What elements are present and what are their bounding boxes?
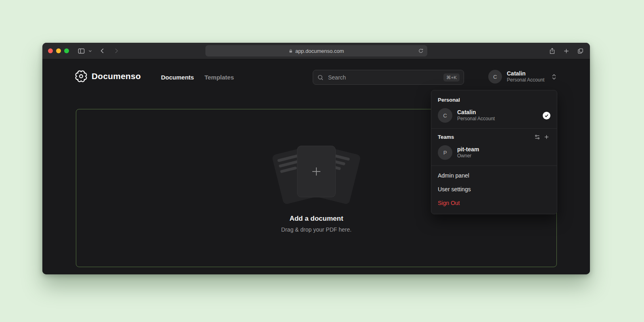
new-tab-icon[interactable]	[562, 46, 571, 56]
search-input[interactable]	[327, 74, 440, 81]
personal-name: Catalin	[457, 109, 495, 116]
account-dropdown-menu: Personal C Catalin Personal Account Team…	[431, 90, 557, 214]
brand-name: Documenso	[92, 71, 141, 81]
menu-item-team-pit-team[interactable]: P pit-team Owner	[431, 142, 557, 163]
team-role: Owner	[457, 153, 479, 159]
account-avatar: C	[488, 70, 502, 84]
titlebar-right-actions	[548, 43, 585, 59]
nav-templates[interactable]: Templates	[205, 74, 234, 81]
lock-icon	[289, 49, 293, 53]
dropzone-subtitle: Drag & drop your PDF here.	[281, 226, 351, 233]
account-name: Catalin	[507, 70, 544, 77]
manage-teams-icon[interactable]	[533, 132, 542, 142]
zoom-button[interactable]	[64, 48, 69, 53]
url-text: app.documenso.com	[295, 48, 344, 54]
menu-section-personal-label: Personal	[431, 94, 557, 105]
add-plus-icon	[310, 165, 322, 178]
menu-item-admin-panel[interactable]: Admin panel	[431, 169, 557, 182]
close-button[interactable]	[48, 48, 53, 53]
document-card-center	[297, 146, 335, 197]
back-button[interactable]	[98, 46, 107, 55]
create-team-icon[interactable]	[542, 132, 551, 142]
window-controls	[48, 48, 69, 53]
menu-divider	[431, 128, 557, 129]
brand-logo[interactable]: Documenso	[75, 70, 141, 82]
personal-avatar: C	[438, 108, 452, 123]
menu-section-teams-header: Teams	[431, 132, 557, 142]
main-nav: Documents Templates	[161, 74, 234, 81]
personal-subtitle: Personal Account	[457, 116, 495, 122]
browser-titlebar: app.documenso.com	[42, 43, 590, 59]
dropzone-title: Add a document	[289, 215, 343, 223]
team-avatar: P	[438, 145, 452, 160]
share-icon[interactable]	[548, 46, 557, 56]
menu-divider	[431, 165, 557, 166]
menu-section-teams-label: Teams	[431, 132, 533, 142]
selected-check-icon	[543, 112, 550, 119]
documenso-logo-icon	[75, 70, 87, 82]
account-menu-button[interactable]: C Catalin Personal Account	[488, 70, 556, 84]
menu-item-sign-out[interactable]: Sign Out	[431, 196, 557, 210]
search-bar[interactable]: ⌘+K	[313, 70, 464, 85]
address-bar[interactable]: app.documenso.com	[205, 45, 427, 56]
documents-stack-illustration	[274, 144, 359, 204]
page-content: Documenso Documents Templates ⌘+K C Cata…	[42, 59, 590, 274]
team-name: pit-team	[457, 146, 479, 153]
reload-button[interactable]	[417, 47, 425, 55]
forward-button[interactable]	[112, 46, 121, 55]
sidebar-toggle-button[interactable]	[76, 46, 86, 56]
nav-documents[interactable]: Documents	[161, 74, 194, 81]
account-subtitle: Personal Account	[507, 77, 544, 83]
chevron-up-down-icon	[552, 73, 556, 80]
menu-item-user-settings[interactable]: User settings	[431, 182, 557, 196]
tab-overview-icon[interactable]	[576, 46, 585, 56]
search-icon	[317, 74, 324, 81]
browser-window: app.documenso.com	[42, 43, 590, 274]
menu-item-personal-account[interactable]: C Catalin Personal Account	[431, 105, 557, 125]
search-shortcut-badge: ⌘+K	[443, 73, 460, 82]
sidebar-chevron-down-icon[interactable]	[87, 48, 93, 54]
minimize-button[interactable]	[56, 48, 61, 53]
